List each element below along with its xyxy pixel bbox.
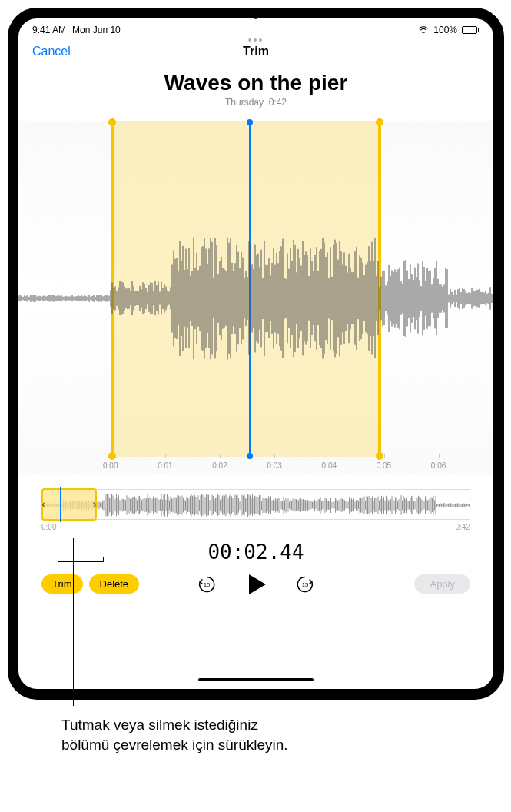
skip-back-15-button[interactable]: 15 bbox=[197, 574, 217, 594]
timeline-ticks: 0:00 0:01 0:02 0:03 0:04 0:05 0:06 bbox=[18, 458, 493, 475]
overview-waveform bbox=[41, 493, 470, 517]
camera-dot bbox=[254, 15, 258, 19]
cancel-button[interactable]: Cancel bbox=[32, 45, 71, 58]
overview-times: 0:00 0:42 bbox=[41, 523, 470, 531]
overview-handle-right[interactable]: › bbox=[91, 490, 98, 519]
ipad-device-frame: ••• 9:41 AM Mon Jun 10 100% Cancel Trim … bbox=[8, 8, 504, 700]
waveform-editor[interactable]: 0:00 0:01 0:02 0:03 0:04 0:05 0:06 bbox=[18, 121, 493, 475]
svg-text:15: 15 bbox=[302, 581, 309, 588]
overview-handle-left[interactable]: ‹ bbox=[40, 490, 48, 519]
status-time: 9:41 AM bbox=[32, 25, 66, 35]
trim-button[interactable]: Trim bbox=[41, 574, 83, 594]
nav-title: Trim bbox=[243, 45, 269, 58]
overview-track[interactable]: ‹ › bbox=[41, 489, 470, 520]
current-time: 00:02.44 bbox=[18, 541, 493, 564]
status-date: Mon Jun 10 bbox=[72, 25, 121, 35]
callout-bracket bbox=[58, 561, 104, 562]
apply-button[interactable]: Apply bbox=[414, 574, 470, 594]
recording-header: Waves on the pier Thursday 0:42 bbox=[18, 71, 493, 108]
home-indicator[interactable] bbox=[198, 678, 314, 681]
waveform-graphic bbox=[18, 229, 493, 368]
overview-selection[interactable]: ‹ › bbox=[41, 488, 97, 521]
recording-meta: Thursday 0:42 bbox=[18, 97, 493, 108]
play-button[interactable] bbox=[243, 571, 269, 597]
battery-icon bbox=[462, 26, 479, 34]
callout-line bbox=[73, 538, 74, 706]
callout-text: Tutmak veya silmek istediğiniz bölümü çe… bbox=[61, 715, 292, 754]
skip-forward-15-button[interactable]: 15 bbox=[295, 574, 315, 594]
recording-title: Waves on the pier bbox=[18, 71, 493, 95]
controls-row: Trim Delete 15 15 Apply bbox=[41, 574, 470, 594]
overview-playhead[interactable] bbox=[60, 487, 61, 522]
battery-percent: 100% bbox=[433, 25, 457, 35]
wifi-icon bbox=[418, 25, 429, 35]
svg-text:15: 15 bbox=[204, 581, 211, 588]
delete-button[interactable]: Delete bbox=[89, 574, 140, 594]
